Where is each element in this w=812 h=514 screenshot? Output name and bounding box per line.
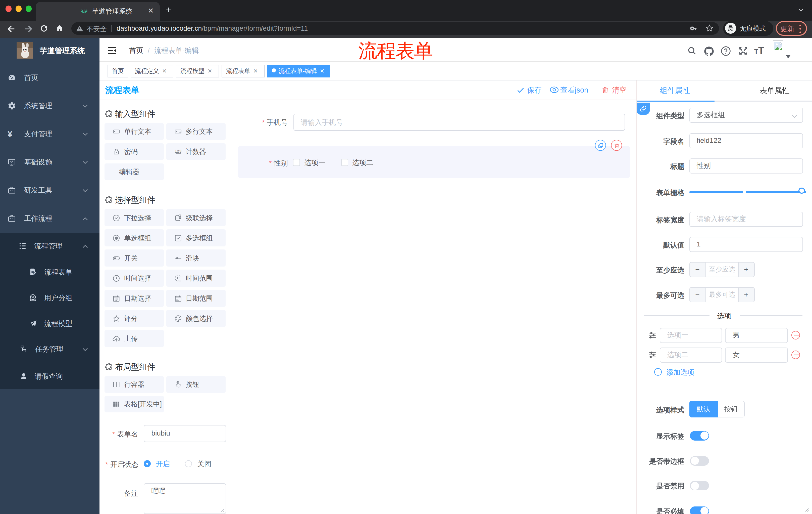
svg-text:123: 123 [174, 149, 181, 154]
